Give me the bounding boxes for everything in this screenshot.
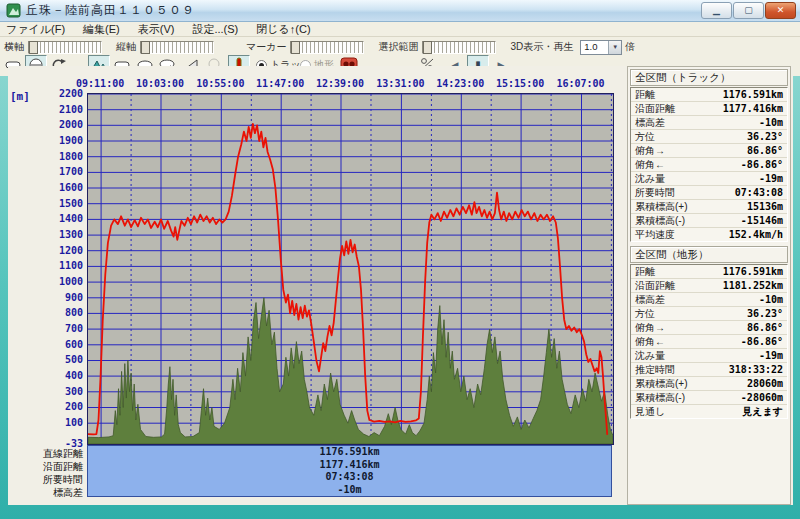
stats-row-label: 累積標高(+)	[635, 200, 688, 214]
stats-row-value: -15146m	[741, 215, 783, 226]
stats-row: 距離1176.591km	[631, 88, 787, 102]
readout-box: 1176.591km1177.416km07:43:08-10m	[87, 445, 612, 497]
y-axis-tick-label: 2200	[40, 88, 83, 99]
stats-row: 累積標高(+)28060m	[631, 377, 787, 391]
stats-row-value: 1181.252km	[723, 280, 783, 291]
y-axis-tick-label: 300	[40, 386, 83, 397]
y-axis-labels: 2200210020001900180017001600150014001300…	[40, 0, 83, 505]
selection-slider-thumb[interactable]	[423, 41, 432, 54]
x-axis-tick-label: 10:03:00	[132, 78, 188, 89]
stats-table-track: 距離1176.591km沿面距離1177.416km標高差-10m方位36.23…	[630, 87, 788, 242]
readout-row-value: 07:43:08	[88, 471, 611, 484]
stats-row-value: -28060m	[741, 392, 783, 403]
stats-row: 沿面距離1181.252km	[631, 279, 787, 293]
stats-row-label: 平均速度	[635, 228, 675, 242]
stats-row-value: 15136m	[747, 201, 783, 212]
stats-row-label: 標高差	[635, 116, 665, 130]
x-axis-tick-label: 15:15:00	[492, 78, 548, 89]
y-axis-tick-label: 1800	[40, 151, 83, 162]
stats-row-label: 沈み量	[635, 349, 665, 363]
readout-row-value: -10m	[88, 484, 611, 497]
menu-item[interactable]: 編集(E)	[83, 22, 120, 37]
y-axis-tick-label: 2100	[40, 104, 83, 115]
stats-row-value: 1176.591km	[723, 89, 783, 100]
marker-slider-thumb[interactable]	[291, 41, 300, 54]
stats-row-label: 距離	[635, 265, 655, 279]
readout-row-value: 1176.591km	[88, 446, 611, 459]
stats-table-terrain: 距離1176.591km沿面距離1181.252km標高差-10m方位36.23…	[630, 264, 788, 419]
menu-bar: ファイル(F)編集(E)表示(V)設定...(S)閉じる↑(C)	[0, 22, 800, 37]
x-axis-tick-label: 11:47:00	[252, 78, 308, 89]
selection-slider-label: 選択範囲	[378, 40, 418, 54]
v-axis-slider[interactable]	[140, 41, 214, 54]
stats-row: 沈み量-19m	[631, 349, 787, 363]
stats-row: 見通し見えます	[631, 405, 787, 418]
x-axis-tick-label: 13:31:00	[372, 78, 428, 89]
stats-row-label: 沿面距離	[635, 279, 675, 293]
stats-row-value: 86.86°	[747, 322, 783, 333]
stats-row: 累積標高(-)-28060m	[631, 391, 787, 405]
stats-row-value: 36.23°	[747, 131, 783, 142]
y-axis-tick-label: 1000	[40, 276, 83, 287]
app-window: 丘珠－陸前高田１１０５０９ ▁ ▢ ✕ ファイル(F)編集(E)表示(V)設定.…	[0, 0, 800, 519]
stats-row-label: 累積標高(-)	[635, 214, 685, 228]
y-axis-tick-label: 200	[40, 401, 83, 412]
elevation-chart[interactable]	[87, 93, 614, 445]
stats-row-value: -86.86°	[741, 336, 783, 347]
stats-row-value: 07:43:08	[735, 187, 783, 198]
y-axis-tick-label: 800	[40, 307, 83, 318]
readout-labels: 直線距離沿面距離所要時間標高差	[4, 447, 83, 499]
stats-row-label: 俯角←	[635, 158, 665, 172]
stats-row: 所要時間07:43:08	[631, 186, 787, 200]
playback-speed-label: 3D表示・再生	[510, 40, 573, 54]
toolbar-row-axis-controls: 横軸 縦軸 マーカー 選択範囲 3D表示・再生 1.0 ▼ 倍	[0, 39, 644, 55]
stats-row-value: 1177.416km	[723, 103, 783, 114]
marker-slider[interactable]	[290, 41, 364, 54]
stats-row-label: 俯角→	[635, 144, 665, 158]
chevron-down-icon[interactable]: ▼	[608, 41, 621, 54]
stats-row-label: 標高差	[635, 293, 665, 307]
readout-row-value: 1177.416km	[88, 459, 611, 472]
y-axis-tick-label: 1400	[40, 213, 83, 224]
marker-slider-label: マーカー	[246, 40, 286, 54]
stats-row: 平均速度152.4km/h	[631, 228, 787, 241]
playback-speed-select[interactable]: 1.0 ▼	[580, 40, 622, 55]
maximize-button[interactable]: ▢	[733, 2, 764, 19]
x-axis-tick-label: 12:39:00	[312, 78, 368, 89]
y-axis-tick-label: 400	[40, 370, 83, 381]
y-axis-tick-label: 1500	[40, 198, 83, 209]
x-axis-tick-label: 14:23:00	[432, 78, 488, 89]
stats-row-value: 28060m	[747, 378, 783, 389]
stats-row-label: 方位	[635, 307, 655, 321]
x-axis-tick-label: 10:55:00	[192, 78, 248, 89]
h-axis-slider-thumb[interactable]	[29, 41, 38, 54]
readout-row-label: 標高差	[4, 486, 83, 499]
stats-row-label: 見通し	[635, 405, 665, 419]
menu-item[interactable]: 閉じる↑(C)	[256, 22, 310, 37]
stats-row-value: -10m	[759, 294, 783, 305]
stats-row-label: 所要時間	[635, 186, 675, 200]
stats-row: 標高差-10m	[631, 293, 787, 307]
stats-row-value: -19m	[759, 350, 783, 361]
y-axis-unit-label: [m]	[10, 90, 30, 103]
stats-row: 俯角→86.86°	[631, 321, 787, 335]
readout-row-label: 直線距離	[4, 447, 83, 460]
stats-row-label: 距離	[635, 88, 655, 102]
selection-slider[interactable]	[422, 41, 496, 54]
stats-row-label: 俯角←	[635, 335, 665, 349]
stats-row-value: -19m	[759, 173, 783, 184]
stats-row-value: 見えます	[742, 405, 783, 419]
stats-row-label: 推定時間	[635, 363, 675, 377]
stats-row-label: 方位	[635, 130, 655, 144]
menu-item[interactable]: 表示(V)	[138, 22, 175, 37]
stats-row: 距離1176.591km	[631, 265, 787, 279]
stats-row-value: -10m	[759, 117, 783, 128]
v-axis-slider-thumb[interactable]	[141, 41, 150, 54]
h-axis-slider-label: 横軸	[4, 40, 24, 54]
minimize-button[interactable]: ▁	[701, 2, 732, 19]
close-button[interactable]: ✕	[765, 2, 796, 19]
menu-item[interactable]: 設定...(S)	[192, 22, 238, 37]
stats-row: 標高差-10m	[631, 116, 787, 130]
playback-speed-value: 1.0	[581, 41, 608, 54]
app-icon	[6, 3, 21, 18]
